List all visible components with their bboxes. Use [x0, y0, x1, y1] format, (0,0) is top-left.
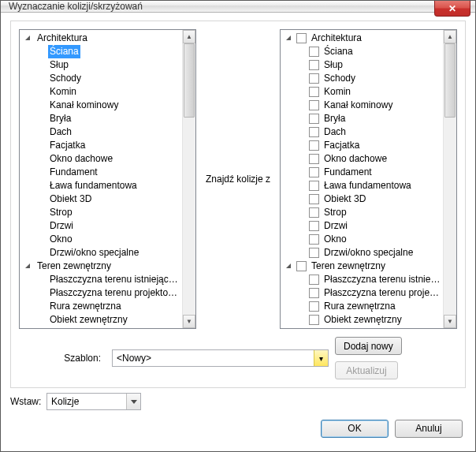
tree-item[interactable]: Drzwi — [281, 219, 443, 233]
checkbox[interactable] — [309, 167, 319, 177]
insert-combo[interactable]: Kolizje — [46, 393, 141, 410]
checkbox[interactable] — [309, 234, 319, 245]
tree-item-label: Rura zewnętrzna — [322, 300, 397, 313]
left-tree[interactable]: ArchitekturaŚcianaSłupSchodyKominKanał k… — [19, 29, 196, 329]
checkbox[interactable] — [309, 154, 319, 164]
expander-icon[interactable] — [284, 263, 293, 270]
checkbox[interactable] — [309, 221, 319, 231]
checkbox[interactable] — [309, 275, 319, 285]
checkbox[interactable] — [309, 301, 319, 312]
tree-item[interactable]: Bryła — [20, 112, 182, 125]
checkbox[interactable] — [309, 73, 319, 84]
tree-item[interactable]: Dach — [281, 125, 443, 139]
tree-item[interactable]: Ściana — [281, 45, 443, 58]
checkbox[interactable] — [309, 248, 319, 258]
tree-item[interactable]: Fundament — [281, 166, 443, 179]
checkbox[interactable] — [309, 181, 319, 191]
scroll-track[interactable] — [444, 43, 456, 315]
tree-item[interactable]: Obiekt 3D — [281, 192, 443, 206]
checkbox[interactable] — [309, 60, 319, 70]
window-close-button[interactable]: ✕ — [434, 1, 470, 17]
tree-item[interactable]: Facjatka — [281, 139, 443, 152]
tree-item-label: Ława fundamentowa — [322, 179, 413, 192]
template-combo[interactable]: <Nowy> ▾ — [112, 349, 329, 367]
tree-item[interactable]: Komin — [20, 85, 182, 99]
checkbox[interactable] — [309, 100, 319, 110]
checkbox[interactable] — [309, 140, 319, 151]
tree-item[interactable]: Okno — [281, 233, 443, 246]
tree-item[interactable]: Płaszczyzna terenu istniejącego — [20, 273, 182, 286]
tree-group[interactable]: Architektura — [281, 32, 443, 45]
template-label: Szablon: — [19, 353, 106, 364]
tree-item[interactable]: Bryła — [281, 112, 443, 125]
tree-item[interactable]: Kanał kominowy — [20, 99, 182, 112]
checkbox[interactable] — [309, 207, 319, 218]
checkbox[interactable] — [309, 114, 319, 124]
tree-item[interactable]: Ściana — [20, 45, 182, 58]
tree-item[interactable]: Płaszczyzna terenu projektowanego — [20, 286, 182, 300]
tree-item-label: Rura zewnętrzna — [48, 300, 123, 313]
tree-item[interactable]: Płaszczyzna terenu istniejącego — [281, 273, 443, 286]
tree-item[interactable]: Płaszczyzna terenu projektow... — [281, 286, 443, 300]
scroll-thumb[interactable] — [184, 43, 195, 118]
tree-item[interactable]: Okno dachowe — [281, 152, 443, 166]
insert-row: Wstaw: Kolizje — [10, 393, 466, 410]
tree-item-label: Drzwi — [322, 219, 349, 233]
right-scrollbar[interactable]: ▲ ▼ — [443, 30, 456, 328]
checkbox[interactable] — [309, 87, 319, 97]
expander-icon[interactable] — [284, 35, 293, 42]
tree-item[interactable]: Strop — [20, 206, 182, 219]
tree-item[interactable]: Kanał kominowy — [281, 99, 443, 112]
tree-item[interactable]: Drzwi — [20, 219, 182, 233]
tree-item[interactable]: Okno dachowe — [20, 152, 182, 166]
tree-item[interactable]: Drzwi/okno specjalne — [281, 246, 443, 260]
tree-item[interactable]: Ława fundamentowa — [281, 179, 443, 192]
scroll-down-button[interactable]: ▼ — [183, 315, 195, 328]
expander-icon[interactable] — [23, 35, 32, 42]
tree-item[interactable]: Schody — [281, 72, 443, 85]
checkbox[interactable] — [309, 315, 319, 325]
checkbox[interactable] — [309, 288, 319, 298]
checkbox[interactable] — [309, 194, 319, 204]
cancel-button[interactable]: Anuluj — [395, 420, 463, 438]
right-tree[interactable]: ArchitekturaŚcianaSłupSchodyKominKanał k… — [280, 29, 457, 329]
chevron-down-icon — [131, 400, 137, 404]
left-scrollbar[interactable]: ▲ ▼ — [182, 30, 195, 328]
scroll-up-button[interactable]: ▲ — [444, 30, 456, 43]
tree-item[interactable]: Rura zewnętrzna — [281, 300, 443, 313]
tree-item[interactable]: Rura zewnętrzna — [20, 300, 182, 313]
add-new-button[interactable]: Dodaj nowy — [335, 337, 402, 355]
checkbox[interactable] — [296, 261, 307, 271]
tree-item-label: Bryła — [322, 112, 347, 125]
tree-group[interactable]: Teren zewnętrzny — [20, 260, 182, 273]
tree-group[interactable]: Sieci kanalizacyjne — [20, 327, 182, 328]
tree-item[interactable]: Schody — [20, 72, 182, 85]
scroll-thumb[interactable] — [444, 43, 456, 118]
expander-icon[interactable] — [23, 263, 32, 270]
tree-item[interactable]: Obiekt zewnętrzny — [20, 313, 182, 327]
insert-dropdown-button[interactable] — [126, 394, 140, 409]
template-dropdown-button[interactable]: ▾ — [314, 350, 328, 366]
checkbox[interactable] — [309, 47, 319, 57]
tree-item[interactable]: Drzwi/okno specjalne — [20, 246, 182, 260]
checkbox[interactable] — [309, 127, 319, 137]
tree-group[interactable]: Teren zewnętrzny — [281, 260, 443, 273]
scroll-up-button[interactable]: ▲ — [183, 30, 195, 43]
ok-button[interactable]: OK — [321, 420, 389, 438]
tree-item[interactable]: Dach — [20, 125, 182, 139]
tree-item[interactable]: Słup — [281, 58, 443, 72]
tree-group[interactable]: Architektura — [20, 32, 182, 45]
checkbox[interactable] — [296, 33, 307, 43]
tree-item[interactable]: Fundament — [20, 166, 182, 179]
tree-item[interactable]: Okno — [20, 233, 182, 246]
tree-group[interactable]: Sieci kanalizacyjne — [281, 327, 443, 328]
tree-item[interactable]: Strop — [281, 206, 443, 219]
tree-item[interactable]: Obiekt 3D — [20, 192, 182, 206]
tree-item[interactable]: Facjatka — [20, 139, 182, 152]
tree-item[interactable]: Słup — [20, 58, 182, 72]
tree-item[interactable]: Obiekt zewnętrzny — [281, 313, 443, 327]
scroll-down-button[interactable]: ▼ — [444, 315, 456, 328]
scroll-track[interactable] — [183, 43, 195, 315]
tree-item[interactable]: Komin — [281, 85, 443, 99]
tree-item[interactable]: Ława fundamentowa — [20, 179, 182, 192]
